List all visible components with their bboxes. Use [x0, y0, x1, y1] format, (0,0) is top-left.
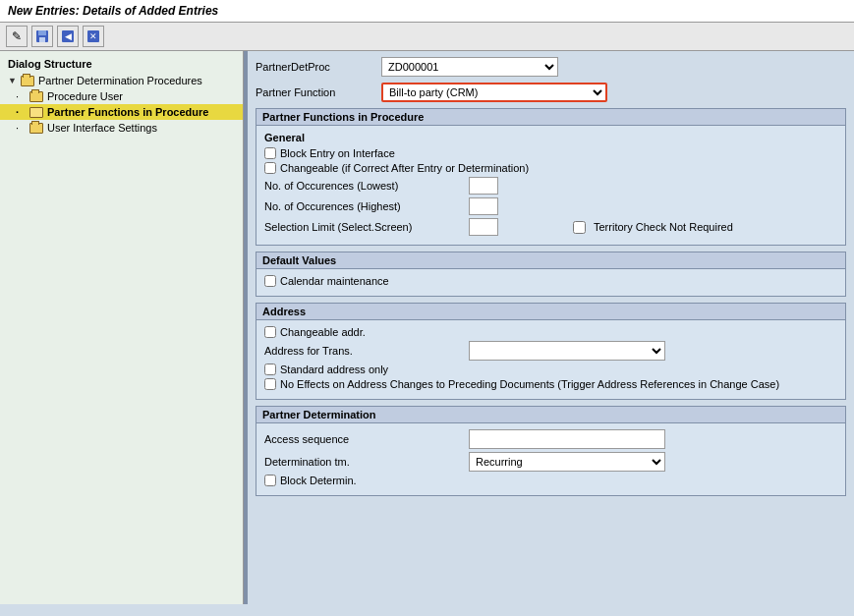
folder-icon: [21, 76, 34, 86]
svg-rect-1: [38, 30, 46, 35]
tree-indent: ·: [16, 90, 26, 102]
section-header-address: Address: [256, 304, 845, 320]
determination-tm-select[interactable]: Recurring Once: [469, 452, 665, 472]
determination-tm-row: Determination tm. Recurring Once: [264, 452, 837, 472]
changeable-checkbox[interactable]: [264, 162, 276, 174]
exit-button[interactable]: ✕: [83, 26, 104, 47]
section-content-partner-functions: General Block Entry on Interface Changea…: [256, 126, 845, 245]
toolbar: ✎ ◀ ✕: [0, 23, 854, 51]
changeable-row: Changeable (if Correct After Entry or De…: [264, 162, 837, 174]
partner-determination-section: Partner Determination Access sequence De…: [256, 406, 846, 496]
partner-functions-section: Partner Functions in Procedure General B…: [256, 108, 846, 246]
svg-text:✕: ✕: [89, 31, 97, 41]
sidebar-item-label: Procedure User: [47, 90, 123, 102]
partner-det-proc-row: PartnerDetProc ZD000001: [256, 57, 846, 77]
block-entry-row: Block Entry on Interface: [264, 147, 837, 159]
section-content-address: Changeable addr. Address for Trans. Stan…: [256, 320, 845, 399]
access-sequence-row: Access sequence: [264, 429, 837, 449]
territory-check-checkbox[interactable]: [573, 221, 586, 234]
selection-limit-input[interactable]: [469, 218, 498, 236]
edit-button[interactable]: ✎: [6, 26, 28, 47]
partner-det-proc-label: PartnerDetProc: [256, 61, 373, 73]
tree-indent: ·: [16, 106, 26, 118]
save-button[interactable]: [31, 26, 53, 47]
svg-rect-2: [39, 37, 45, 42]
sidebar-item-label: Partner Determination Procedures: [38, 75, 202, 86]
sidebar-item-partner-det[interactable]: ▼ Partner Determination Procedures: [0, 73, 243, 88]
sidebar: Dialog Structure ▼ Partner Determination…: [0, 51, 244, 604]
page-title: New Entries: Details of Added Entries: [8, 4, 218, 18]
section-header-partner-determination: Partner Determination: [256, 407, 845, 423]
address-section: Address Changeable addr. Address for Tra…: [256, 303, 846, 400]
occurences-highest-row: No. of Occurences (Highest): [264, 197, 837, 215]
no-effects-row: No Effects on Address Changes to Precedi…: [264, 378, 837, 390]
determination-tm-label: Determination tm.: [264, 456, 461, 468]
section-header-default-values: Default Values: [256, 252, 845, 269]
occurences-lowest-input[interactable]: [469, 177, 498, 195]
partner-det-proc-select[interactable]: ZD000001: [381, 57, 558, 77]
access-sequence-input[interactable]: [469, 429, 665, 449]
no-effects-checkbox[interactable]: [264, 378, 276, 390]
partner-function-row: Partner Function Bill-to party (CRM): [256, 83, 846, 102]
address-trans-row: Address for Trans.: [264, 341, 837, 361]
section-content-partner-determination: Access sequence Determination tm. Recurr…: [256, 423, 845, 495]
folder-icon: [29, 123, 43, 134]
occurences-highest-input[interactable]: [469, 197, 498, 215]
changeable-addr-checkbox[interactable]: [264, 326, 276, 338]
territory-check-label: Territory Check Not Required: [594, 221, 733, 233]
block-entry-label: Block Entry on Interface: [280, 147, 395, 159]
partner-function-select[interactable]: Bill-to party (CRM): [381, 83, 607, 102]
changeable-addr-row: Changeable addr.: [264, 326, 837, 338]
no-effects-label: No Effects on Address Changes to Precedi…: [280, 378, 779, 390]
address-trans-label: Address for Trans.: [264, 345, 461, 357]
calendar-maint-label: Calendar maintenance: [280, 275, 389, 287]
folder-icon: [29, 91, 43, 102]
calendar-maint-row: Calendar maintenance: [264, 275, 837, 287]
block-determin-row: Block Determin.: [264, 475, 837, 486]
address-trans-select[interactable]: [469, 341, 665, 361]
sidebar-item-procedure-user[interactable]: · Procedure User: [0, 88, 243, 104]
block-determin-checkbox[interactable]: [264, 475, 276, 486]
occurences-lowest-row: No. of Occurences (Lowest): [264, 177, 837, 195]
default-values-section: Default Values Calendar maintenance: [256, 252, 846, 297]
tree-arrow: ▼: [8, 76, 17, 85]
back-button[interactable]: ◀: [57, 26, 79, 47]
selection-limit-label: Selection Limit (Select.Screen): [264, 221, 461, 233]
sidebar-item-ui-settings[interactable]: · User Interface Settings: [0, 120, 243, 136]
sidebar-item-label: User Interface Settings: [47, 122, 157, 134]
block-entry-checkbox[interactable]: [264, 147, 276, 159]
sidebar-title: Dialog Structure: [0, 55, 243, 73]
sidebar-item-label: Partner Functions in Procedure: [47, 106, 208, 118]
standard-addr-label: Standard address only: [280, 364, 388, 375]
partner-function-label: Partner Function: [256, 86, 373, 98]
changeable-label: Changeable (if Correct After Entry or De…: [280, 162, 529, 174]
sidebar-item-partner-functions[interactable]: · Partner Functions in Procedure: [0, 104, 243, 120]
svg-text:◀: ◀: [65, 31, 72, 41]
changeable-addr-label: Changeable addr.: [280, 326, 366, 338]
section-content-default-values: Calendar maintenance: [256, 269, 845, 296]
general-subtitle: General: [264, 132, 837, 143]
access-sequence-label: Access sequence: [264, 433, 461, 445]
occurences-lowest-label: No. of Occurences (Lowest): [264, 180, 461, 192]
block-determin-label: Block Determin.: [280, 475, 357, 486]
standard-addr-row: Standard address only: [264, 364, 837, 375]
title-bar: New Entries: Details of Added Entries: [0, 0, 854, 23]
occurences-highest-label: No. of Occurences (Highest): [264, 200, 461, 212]
folder-icon: [29, 107, 43, 118]
content-area: PartnerDetProc ZD000001 Partner Function…: [248, 51, 854, 604]
section-header-partner-functions: Partner Functions in Procedure: [256, 109, 845, 126]
standard-addr-checkbox[interactable]: [264, 364, 276, 375]
calendar-maint-checkbox[interactable]: [264, 275, 276, 287]
selection-limit-row: Selection Limit (Select.Screen) Territor…: [264, 218, 837, 236]
tree-indent: ·: [16, 122, 26, 134]
main-layout: Dialog Structure ▼ Partner Determination…: [0, 51, 854, 604]
